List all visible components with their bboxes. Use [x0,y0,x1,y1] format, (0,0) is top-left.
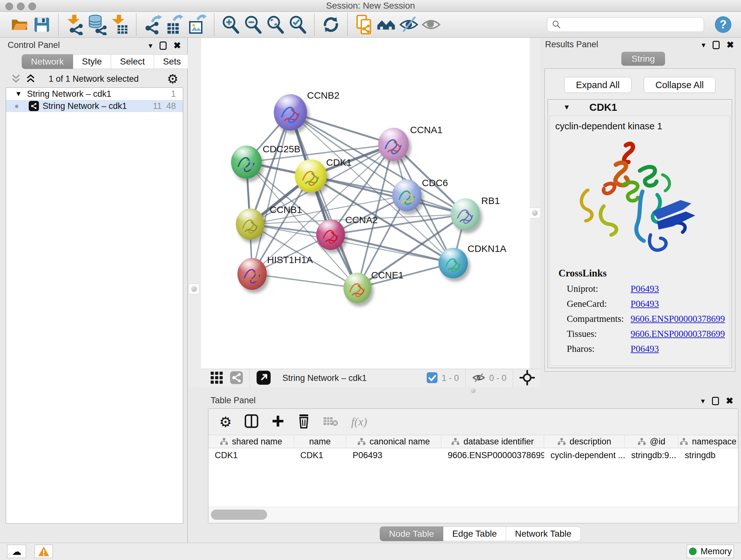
export-network-icon[interactable] [142,13,164,36]
table-cell: P06493 [346,450,441,460]
column-header-description[interactable]: description [544,435,625,448]
memory-button[interactable]: Memory [687,545,734,558]
crosslink-link[interactable]: 9606.ENSP00000378699 [630,328,725,339]
tab-edge-table[interactable]: Edge Table [443,526,506,541]
zoom-fit-content-icon[interactable] [264,13,286,36]
delete-column-icon[interactable] [297,414,310,430]
crosslink-link[interactable]: 9606.ENSP00000378699 [630,314,725,324]
panel-close-icon[interactable]: ✖ [726,395,733,406]
fit-selected-crosshair-icon[interactable] [520,370,535,387]
network-options-gear-icon[interactable]: ⚙ [167,71,179,86]
horizontal-splitter-handle[interactable] [471,388,475,393]
node-label-cdc6: CDC6 [422,178,448,188]
tab-select[interactable]: Select [111,54,154,69]
left-splitter[interactable] [188,38,201,387]
zoom-selected-icon[interactable] [286,13,309,36]
column-header-database-identifier[interactable]: database identifier [441,435,544,448]
crosslinks-list: Uniprot:P06493GeneCard:P06493Compartment… [550,284,730,354]
network-node-ccne1[interactable] [343,273,372,303]
network-node-ccna2[interactable] [316,219,345,250]
left-splitter-handle[interactable] [189,284,199,294]
add-column-icon[interactable] [271,415,285,429]
network-row[interactable]: ● String Network – cdk1 11 48 [6,100,183,112]
birdseye-view-icon[interactable] [210,371,223,386]
table-horizontal-scrollbar[interactable] [208,507,738,523]
network-canvas[interactable]: CCNB2CCNA1CDC25BCDK1CDC6RB1CCNB1CCNA2CDK… [201,38,530,369]
panel-close-icon[interactable]: ✖ [727,40,734,50]
import-network-from-file-icon[interactable] [64,13,86,36]
network-edge[interactable] [252,274,357,288]
panel-collapse-icon[interactable]: ▾ [701,396,704,406]
import-table-from-file-icon[interactable] [109,13,131,36]
tab-style[interactable]: Style [73,54,111,69]
network-node-hist1h1a[interactable] [238,258,267,290]
first-neighbors-icon[interactable] [375,13,398,36]
warnings-button[interactable] [35,545,53,558]
network-node-cdk1[interactable] [295,159,327,192]
clone-network-icon[interactable] [353,13,375,36]
network-node-ccnb2[interactable] [274,94,307,131]
section-expander-icon[interactable]: ▼ [563,103,570,111]
refresh-view-icon[interactable] [320,13,342,36]
open-session-icon[interactable] [8,13,30,36]
crosslink-link[interactable]: P06493 [630,344,659,354]
tab-sets[interactable]: Sets [154,54,190,69]
network-node-cdc25b[interactable] [231,145,262,179]
help-button[interactable]: ? [715,16,731,33]
node-section-header[interactable]: ▼ CDK1 [548,100,732,115]
cloud-button[interactable]: ☁ [7,545,26,558]
selected-checkbox-icon[interactable] [426,372,438,385]
zoom-out-icon[interactable] [242,13,264,36]
panel-collapse-icon[interactable]: ▾ [148,41,152,50]
horizontal-splitter[interactable] [201,387,741,393]
selected-count: 1 - 0 [442,373,459,383]
table-row[interactable]: CDK1CDK1P064939606.ENSP00000378699cyclin… [208,448,738,462]
delete-table-icon[interactable] [323,415,338,428]
collection-expander-icon[interactable]: ▼ [15,90,22,98]
export-image-icon[interactable] [186,13,209,36]
import-network-from-database-icon[interactable] [86,13,109,36]
column-header-name[interactable]: name [294,435,346,448]
right-splitter-handle[interactable] [529,207,540,219]
tab-string[interactable]: String [621,52,665,66]
right-splitter[interactable] [530,38,540,387]
hidden-eye-icon[interactable] [472,372,485,384]
network-node-cdkn1a[interactable] [439,248,468,278]
panel-float-icon[interactable] [713,41,720,49]
tab-network[interactable]: Network [22,54,73,69]
panel-close-icon[interactable]: ✖ [174,40,181,51]
network-edge[interactable] [252,112,290,274]
network-node-ccna1[interactable] [378,128,409,161]
scrollbar-thumb[interactable] [211,509,267,520]
panel-float-icon[interactable] [712,397,719,405]
network-collection-row[interactable]: ▼ String Network – cdk1 1 [6,88,183,100]
tab-network-table[interactable]: Network Table [506,526,581,541]
search-box[interactable] [547,17,704,32]
show-all-icon[interactable] [420,13,442,36]
network-edge[interactable] [331,235,453,263]
show-columns-icon[interactable] [245,414,259,429]
collapse-all-button[interactable]: Collapse All [644,77,716,93]
network-node-rb1[interactable] [451,198,480,230]
panel-collapse-icon[interactable]: ▾ [701,41,705,50]
search-input[interactable] [561,19,697,30]
column-header-@id[interactable]: @id [625,435,678,448]
crosslink-link[interactable]: P06493 [630,284,659,294]
column-header-canonical-name[interactable]: canonical name [346,435,441,448]
column-header-shared-name[interactable]: shared name [208,435,294,448]
string-view-icon[interactable] [230,371,243,386]
table-options-gear-icon[interactable]: ⚙ [219,414,232,430]
expand-all-button[interactable]: Expand All [564,77,631,93]
tab-node-table[interactable]: Node Table [380,526,443,541]
zoom-in-icon[interactable] [219,13,242,36]
panel-float-icon[interactable] [159,42,166,50]
export-table-icon[interactable] [164,13,186,36]
column-header-namespace[interactable]: namespace [678,435,738,448]
save-session-icon[interactable] [30,13,53,36]
open-in-window-icon[interactable] [256,370,271,386]
crosslink-link[interactable]: P06493 [630,299,659,309]
network-node-ccnb1[interactable] [236,208,265,240]
function-builder-icon[interactable]: f(x) [351,415,367,428]
network-node-cdc6[interactable] [392,179,421,211]
hide-selected-icon[interactable] [398,13,420,36]
